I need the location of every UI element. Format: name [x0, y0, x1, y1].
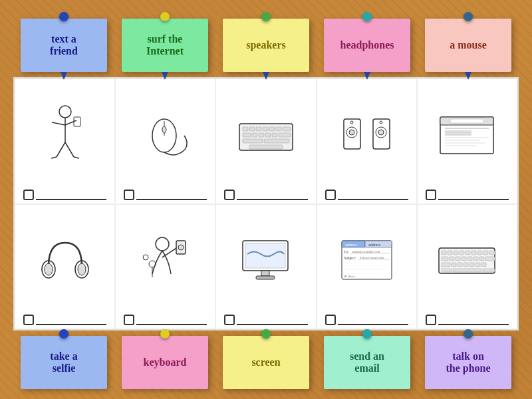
image-selfie [119, 210, 211, 313]
svg-rect-28 [249, 145, 283, 149]
svg-point-53 [178, 245, 184, 250]
svg-point-56 [143, 255, 148, 260]
svg-rect-16 [263, 127, 268, 131]
answer-box[interactable] [124, 315, 134, 325]
svg-point-32 [350, 121, 353, 124]
answer-blank [338, 190, 408, 200]
svg-point-36 [380, 121, 382, 124]
svg-rect-90 [467, 257, 472, 261]
note-a-mouse[interactable]: a mouse [425, 19, 511, 72]
note-take-selfie[interactable]: take a selfie [21, 336, 107, 389]
answer-box[interactable] [224, 190, 235, 200]
svg-rect-15 [256, 127, 261, 131]
answer-board: address address To: email@example.com Su… [13, 77, 519, 331]
note-talk-phone[interactable]: talk on the phone [425, 336, 511, 389]
svg-rect-99 [475, 263, 480, 267]
svg-rect-85 [489, 251, 495, 255]
answer-box[interactable] [224, 315, 235, 325]
svg-line-2 [52, 122, 65, 125]
svg-rect-24 [272, 133, 277, 137]
note-speakers[interactable]: speakers [223, 19, 309, 72]
svg-rect-26 [243, 139, 263, 143]
answer-box[interactable] [325, 315, 336, 325]
answer-box[interactable] [426, 190, 436, 200]
svg-rect-92 [479, 257, 484, 261]
note-text-a-friend[interactable]: text a friend [21, 19, 107, 72]
svg-rect-103 [483, 269, 495, 272]
answer-blank [36, 190, 106, 200]
svg-rect-19 [283, 127, 291, 131]
answer-blank [136, 315, 207, 325]
svg-rect-101 [442, 269, 452, 272]
svg-rect-84 [483, 251, 488, 255]
image-browser [421, 84, 513, 187]
svg-point-50 [156, 237, 169, 251]
svg-rect-25 [279, 133, 291, 137]
svg-rect-60 [256, 276, 275, 279]
svg-rect-86 [442, 257, 448, 261]
cell-headphones [15, 204, 115, 330]
answer-blank [36, 315, 106, 325]
answer-box[interactable] [325, 190, 336, 200]
cell-keyboard-bottom [417, 204, 517, 330]
svg-rect-13 [243, 127, 248, 131]
answer-blank [237, 190, 307, 200]
svg-text:Subject:: Subject: [344, 256, 356, 260]
svg-text:email@example.com: email@example.com [352, 250, 380, 253]
svg-rect-81 [466, 251, 470, 255]
image-headphones [19, 210, 111, 313]
answer-line-7 [124, 315, 207, 325]
svg-rect-78 [448, 251, 452, 255]
top-notes-row: text a friend surf the Internet speakers… [10, 7, 522, 72]
note-label: text a friend [50, 33, 78, 57]
svg-rect-80 [460, 251, 464, 255]
note-screen[interactable]: screen [223, 336, 309, 389]
svg-rect-77 [442, 251, 446, 255]
svg-rect-21 [252, 133, 257, 137]
image-mouse [119, 84, 211, 187]
svg-rect-93 [485, 257, 495, 261]
svg-rect-91 [473, 257, 478, 261]
svg-rect-100 [481, 263, 486, 267]
main-container: text a friend surf the Internet speakers… [0, 0, 532, 399]
svg-point-49 [78, 263, 86, 275]
note-surf-internet[interactable]: surf the Internet [122, 19, 208, 72]
answer-box[interactable] [426, 315, 436, 325]
svg-rect-18 [276, 127, 281, 131]
note-headphones[interactable]: headphones [324, 19, 410, 72]
svg-rect-39 [450, 119, 483, 123]
svg-rect-17 [269, 127, 275, 131]
svg-point-0 [59, 106, 71, 118]
svg-line-51 [162, 247, 178, 257]
answer-box[interactable] [23, 315, 34, 325]
note-send-email[interactable]: send an email [324, 336, 410, 389]
answer-line-8 [224, 315, 307, 325]
note-label: screen [251, 356, 280, 368]
svg-rect-14 [249, 127, 255, 131]
answer-blank [136, 190, 207, 200]
answer-box[interactable] [23, 190, 34, 200]
svg-text:address: address [345, 243, 358, 247]
svg-rect-102 [453, 269, 481, 272]
svg-point-47 [45, 263, 53, 275]
answer-line-1 [23, 190, 106, 200]
image-tablet [219, 84, 312, 187]
image-person [19, 84, 111, 187]
cell-mouse [115, 78, 215, 204]
svg-rect-87 [450, 257, 454, 261]
svg-line-8 [74, 157, 79, 158]
cell-browser [417, 78, 517, 204]
answer-blank [438, 190, 509, 200]
svg-rect-27 [264, 139, 289, 143]
svg-text:address: address [368, 243, 381, 247]
answer-box[interactable] [124, 190, 134, 200]
cell-tablet [215, 78, 316, 204]
answer-line-2 [124, 190, 207, 200]
note-keyboard[interactable]: keyboard [122, 336, 208, 389]
svg-rect-97 [464, 263, 468, 267]
svg-line-6 [65, 142, 74, 157]
image-email: address address To: email@example.com Su… [321, 210, 413, 313]
svg-rect-79 [454, 251, 458, 255]
svg-rect-82 [471, 251, 476, 255]
note-label: surf the Internet [146, 33, 184, 57]
